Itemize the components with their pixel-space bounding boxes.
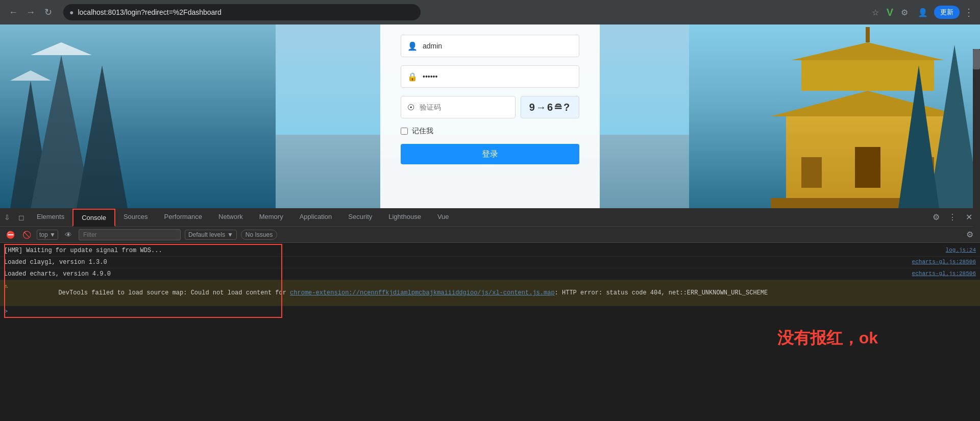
console-output-area: [HMR] Waiting for update signal from WDS… [0, 243, 980, 421]
url-text: localhost:8013/login?redirect=%2Fdashboa… [78, 8, 221, 16]
main-content: 👤 🔒 ☉ 9→6≘? 记住我 登录 [0, 24, 980, 208]
update-button[interactable]: 更新 [934, 6, 960, 19]
devtools-more-button[interactable]: ⋮ [945, 210, 960, 225]
console-message-1-source[interactable]: log.js:24 [946, 247, 976, 253]
no-issues-badge: No Issues [241, 230, 277, 240]
browser-chrome: ← → ↻ ● localhost:8013/login?redirect=%2… [0, 0, 980, 24]
console-prompt[interactable]: > [0, 306, 980, 317]
captcha-image[interactable]: 9→6≘? [521, 96, 579, 118]
comment-overlay: 没有报红，ok [777, 327, 878, 350]
console-clear-button[interactable]: ⛔ [4, 229, 16, 241]
tab-elements[interactable]: Elements [29, 208, 72, 226]
shield-icon: ☉ [407, 103, 414, 112]
console-message-1-text: [HMR] Waiting for update signal from WDS… [4, 247, 942, 254]
console-message-1: [HMR] Waiting for update signal from WDS… [0, 245, 980, 257]
profile-button[interactable]: 👤 [916, 5, 930, 19]
devtools-panel: ⇩ ◻ Elements Console Sources Performance… [0, 208, 980, 421]
grammarly-icon: V [887, 7, 893, 18]
extensions-button[interactable]: ⚙ [897, 5, 912, 19]
console-filter-input[interactable] [79, 229, 181, 240]
console-eye-button[interactable]: 👁 [62, 229, 75, 241]
back-button[interactable]: ← [6, 5, 20, 19]
login-panel: 👤 🔒 ☉ 9→6≘? 记住我 登录 [380, 24, 600, 208]
tab-lighthouse[interactable]: Lighthouse [380, 208, 429, 226]
captcha-row: ☉ 9→6≘? [401, 96, 579, 118]
tab-security[interactable]: Security [340, 208, 380, 226]
tab-performance[interactable]: Performance [156, 208, 210, 226]
console-message-3-source[interactable]: echarts-gl.js:28506 [912, 270, 976, 277]
console-toolbar: ⛔ 🚫 top ▼ 👁 Default levels ▼ No Issues ⚙ [0, 227, 980, 243]
captcha-field-container: ☉ [401, 96, 516, 118]
address-bar[interactable]: ● localhost:8013/login?redirect=%2Fdashb… [63, 4, 421, 20]
tab-network[interactable]: Network [210, 208, 251, 226]
tab-sources[interactable]: Sources [115, 208, 156, 226]
devtools-settings-button[interactable]: ⚙ [929, 210, 943, 225]
devtools-icon-group: ⚙ ⋮ ✕ [929, 210, 980, 225]
console-filter-button[interactable]: 🚫 [20, 229, 33, 241]
tab-application[interactable]: Application [291, 208, 340, 226]
warning-link[interactable]: chrome-extension://ncennffkjdiamlpmcbajk… [290, 289, 554, 296]
lock-field-icon: 🔒 [407, 72, 418, 82]
console-message-3-text: Loaded echarts, version 4.9.0 [4, 270, 908, 278]
nav-buttons: ← → ↻ [6, 5, 55, 19]
tab-vue[interactable]: Vue [429, 208, 457, 226]
console-warning-4: ⚠ DevTools failed to load source map: Co… [0, 280, 980, 306]
lock-icon: ● [69, 8, 74, 16]
menu-button[interactable]: ⋮ [964, 6, 974, 18]
browser-content-area: 👤 🔒 ☉ 9→6≘? 记住我 登录 [0, 24, 980, 208]
left-trees [0, 24, 276, 208]
bookmark-button[interactable]: ☆ [868, 5, 883, 19]
tab-console[interactable]: Console [72, 209, 115, 227]
captcha-input[interactable] [420, 103, 509, 111]
browser-actions: ☆ V ⚙ 👤 更新 ⋮ [868, 5, 974, 19]
console-message-2-source[interactable]: echarts-gl.js:28506 [912, 259, 976, 265]
password-input[interactable] [423, 72, 573, 81]
console-message-3: Loaded echarts, version 4.9.0 echarts-gl… [0, 268, 980, 280]
remember-row: 记住我 [401, 127, 579, 136]
tab-memory[interactable]: Memory [251, 208, 291, 226]
password-field-container: 🔒 [401, 65, 579, 88]
username-input[interactable] [423, 42, 573, 50]
devtools-cursor-icon[interactable]: ⇩ [0, 210, 14, 225]
prompt-symbol: > [4, 308, 8, 315]
console-message-2: Loaded claygl, version 1.3.0 echarts-gl.… [0, 257, 980, 268]
forward-button[interactable]: → [23, 5, 38, 19]
browser-scrollbar[interactable] [973, 49, 980, 233]
devtools-toolbar: ⇩ ◻ Elements Console Sources Performance… [0, 208, 980, 227]
console-warning-4-text: DevTools failed to load source map: Coul… [14, 282, 976, 304]
console-message-2-text: Loaded claygl, version 1.3.0 [4, 259, 908, 266]
user-icon: 👤 [407, 41, 418, 51]
warning-icon: ⚠ [4, 282, 12, 290]
default-levels-selector[interactable]: Default levels ▼ [185, 230, 237, 240]
username-field-container: 👤 [401, 35, 579, 57]
browser-scrollbar-thumb[interactable] [973, 49, 980, 69]
reload-button[interactable]: ↻ [41, 5, 55, 19]
remember-checkbox[interactable] [401, 128, 408, 135]
devtools-mobile-icon[interactable]: ◻ [14, 210, 29, 225]
login-button[interactable]: 登录 [401, 144, 579, 164]
remember-label: 记住我 [412, 127, 433, 136]
top-context-selector[interactable]: top ▼ [37, 230, 58, 240]
right-area [689, 24, 980, 208]
